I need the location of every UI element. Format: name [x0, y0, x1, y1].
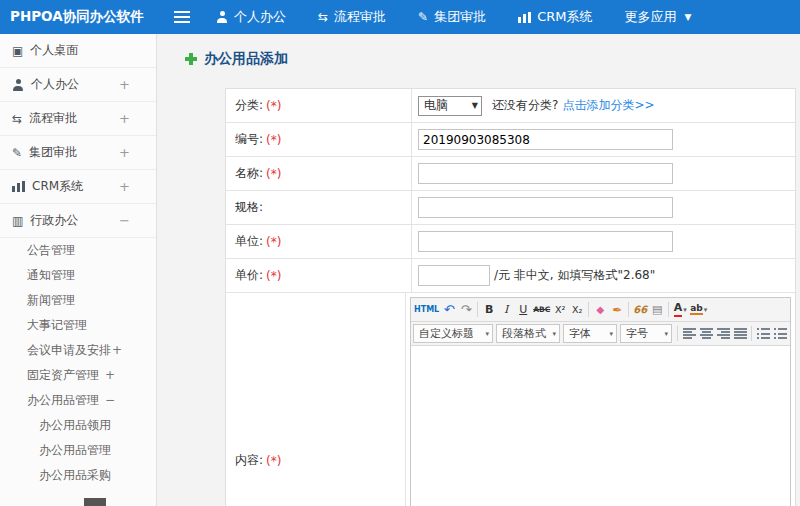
required-mark: (*) [266, 133, 281, 147]
main-content: 办公用品添加 分类: (*) 电脑 ▼ 还没有分类? 点击添加分类>> 编号: … [157, 34, 800, 506]
required-mark: (*) [266, 235, 281, 249]
redo-button[interactable]: ↷ [458, 301, 474, 319]
caret-down-icon: ▾ [704, 306, 708, 314]
align-left-button[interactable] [681, 325, 697, 343]
html-source-button[interactable]: HTML [413, 301, 440, 319]
subitem-label: 会议申请及安排 [27, 343, 111, 357]
nav-item-more-apps[interactable]: 更多应用 ▼ [624, 8, 691, 26]
sidebar-item-workflow-approval[interactable]: ⇆ 流程审批 + [0, 102, 156, 136]
format-painter-button[interactable]: ✒ [609, 301, 625, 319]
nav-label: 更多应用 [624, 8, 676, 26]
align-justify-icon [734, 328, 747, 339]
align-justify-button[interactable] [732, 325, 748, 343]
sidebar-scrollbar-thumb[interactable] [84, 498, 106, 506]
category-select[interactable]: 电脑 ▼ [418, 96, 482, 116]
workflow-icon: ⇆ [12, 113, 22, 125]
sidebar-subitem-supplies-claim[interactable]: 办公用品领用 [0, 413, 156, 438]
rich-text-editor: HTML ↶ ↷ B I U ABC X² X₂ ◆ ✒ [410, 297, 791, 506]
caret-down-icon: ▾ [552, 330, 556, 338]
sidebar-item-personal-office[interactable]: 个人办公 + [0, 68, 156, 102]
italic-button[interactable]: I [498, 301, 514, 319]
sidebar-subitem-notice-mgmt[interactable]: 通知管理 [0, 263, 156, 288]
nav-item-workflow-approval[interactable]: ⇆ 流程审批 [318, 8, 386, 26]
add-category-link[interactable]: 点击添加分类>> [562, 97, 654, 114]
toolbar-separator [668, 302, 669, 317]
sidebar-subitem-memorabilia-mgmt[interactable]: 大事记管理 [0, 313, 156, 338]
sidebar-subitem-supplies-manage[interactable]: 办公用品管理 [0, 438, 156, 463]
sidebar-subitem-announcement-mgmt[interactable]: 公告管理 [0, 238, 156, 263]
expand-indicator: + [119, 77, 130, 92]
font-size-select[interactable]: 字号 ▾ [620, 324, 672, 343]
expand-indicator: + [119, 111, 130, 126]
editor-content-area[interactable] [411, 346, 790, 506]
chart-icon [518, 12, 531, 23]
select-label: 字号 [626, 326, 648, 341]
blockquote-button[interactable]: 66 [632, 301, 648, 319]
template-button[interactable]: ▤ [649, 301, 665, 319]
sidebar-subitem-meeting-request[interactable]: 会议申请及安排+ [0, 338, 156, 363]
sidebar-item-label: CRM系统 [32, 178, 83, 195]
spec-input[interactable] [418, 197, 673, 218]
menu-toggle-button[interactable] [174, 11, 190, 23]
sidebar-item-admin-office[interactable]: ▥ 行政办公 − [0, 204, 156, 238]
unit-input[interactable] [418, 231, 673, 252]
superscript-button[interactable]: X² [552, 301, 568, 319]
font-family-select[interactable]: 字体 ▾ [563, 324, 617, 343]
sidebar-item-label: 个人桌面 [30, 42, 78, 59]
toolbar-separator [588, 302, 589, 317]
subscript-button[interactable]: X₂ [569, 301, 585, 319]
underline-button[interactable]: U [515, 301, 531, 319]
code-input[interactable] [418, 129, 673, 150]
align-center-button[interactable] [698, 325, 714, 343]
nav-item-group-approval[interactable]: ✎ 集团审批 [418, 8, 486, 26]
select-label: 段落格式 [502, 326, 546, 341]
editor-toolbar-row2: 自定义标题 ▾ 段落格式 ▾ 字体 ▾ 字号 ▾ [411, 322, 790, 346]
sidebar-subitem-news-mgmt[interactable]: 新闻管理 [0, 288, 156, 313]
name-input[interactable] [418, 163, 673, 184]
subitem-label: 办公用品管理 [39, 443, 111, 457]
paragraph-format-select[interactable]: 段落格式 ▾ [496, 324, 560, 343]
font-color-button[interactable]: A ▾ [672, 301, 688, 319]
page-title: 办公用品添加 [204, 50, 288, 68]
subitem-label: 公告管理 [27, 243, 75, 257]
sidebar-item-label: 流程审批 [29, 110, 77, 127]
topbar: PHPOA协同办公软件 个人办公 ⇆ 流程审批 ✎ 集团审批 CRM系统 更多应… [0, 0, 800, 34]
sidebar-item-personal-desktop[interactable]: ▣ 个人桌面 [0, 34, 156, 68]
unordered-list-button[interactable] [755, 325, 771, 343]
strikethrough-button[interactable]: ABC [532, 301, 551, 319]
form-row-price: 单价: (*) /元 非中文, 如填写格式"2.68" [226, 259, 795, 293]
ordered-list-icon [774, 328, 787, 339]
caret-down-icon: ▾ [485, 330, 489, 338]
field-label: 单价: [235, 267, 263, 284]
remove-format-button[interactable]: ◆ [592, 301, 608, 319]
expand-indicator: + [119, 179, 130, 194]
nav-item-personal-office[interactable]: 个人办公 [216, 8, 286, 26]
field-label: 内容: [235, 452, 263, 469]
subitem-label: 办公用品采购 [39, 468, 111, 482]
sidebar-subitem-supplies-purchase[interactable]: 办公用品采购 [0, 463, 156, 488]
sidebar-item-label: 个人办公 [31, 76, 79, 93]
nav-label: 个人办公 [234, 8, 286, 26]
custom-heading-select[interactable]: 自定义标题 ▾ [413, 324, 493, 343]
subitem-label: 固定资产管理 [27, 368, 99, 382]
caret-down-icon: ▾ [683, 306, 687, 314]
sidebar-item-crm[interactable]: CRM系统 + [0, 170, 156, 204]
user-icon [216, 11, 228, 23]
category-selected-value: 电脑 [424, 97, 448, 114]
caret-down-icon: ▾ [664, 330, 668, 338]
sidebar-subitem-fixed-asset-mgmt[interactable]: 固定资产管理+ [0, 363, 156, 388]
bold-button[interactable]: B [481, 301, 497, 319]
subitem-label: 新闻管理 [27, 293, 75, 307]
sidebar-item-group-approval[interactable]: ✎ 集团审批 + [0, 136, 156, 170]
sidebar-subitem-office-supplies-mgmt[interactable]: 办公用品管理− [0, 388, 156, 413]
price-input[interactable] [418, 265, 490, 286]
form-row-unit: 单位: (*) [226, 225, 795, 259]
highlight-color-button[interactable]: ab ▾ [689, 301, 708, 319]
caret-down-icon: ▾ [609, 330, 613, 338]
nav-item-crm[interactable]: CRM系统 [518, 8, 592, 26]
required-mark: (*) [266, 99, 281, 113]
ordered-list-button[interactable] [772, 325, 788, 343]
undo-button[interactable]: ↶ [441, 301, 457, 319]
align-right-button[interactable] [715, 325, 731, 343]
app-logo[interactable]: PHPOA协同办公软件 [0, 8, 158, 26]
